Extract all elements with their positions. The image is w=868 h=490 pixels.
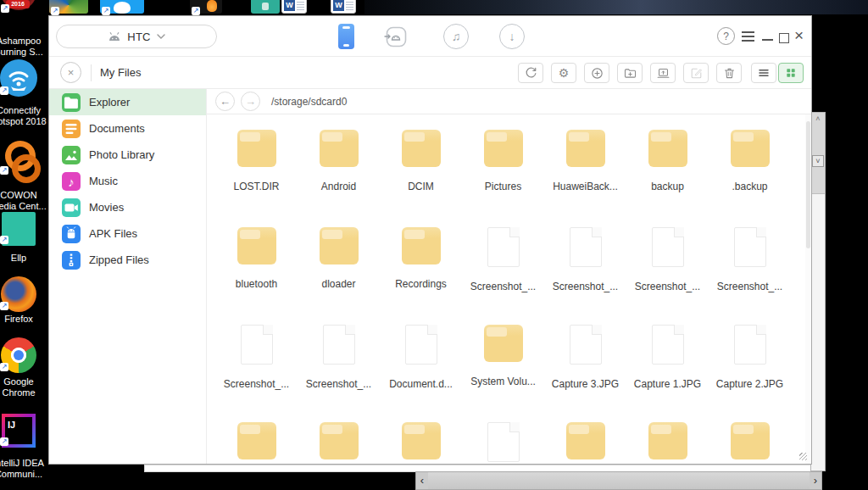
file-tile[interactable] — [626, 407, 709, 464]
file-label: Capture 3.JPG — [552, 378, 619, 390]
file-tile[interactable] — [544, 407, 626, 464]
sidebar-item[interactable]: Zipped Files — [49, 247, 206, 273]
new-folder-button[interactable] — [617, 63, 643, 83]
settings-button[interactable]: ⚙ — [551, 63, 576, 83]
hscroll-track[interactable] — [428, 472, 810, 489]
file-label: HuaweiBack... — [553, 181, 618, 192]
file-tile[interactable]: bluetooth — [215, 212, 298, 309]
sidebar-item[interactable]: Explorer — [49, 89, 206, 115]
file-label: Pictures — [485, 181, 521, 192]
file-tile[interactable]: Capture 3.JPG — [544, 309, 626, 407]
file-grid: LOST.DIR Android DCIM Pictures Huawe — [215, 114, 791, 464]
file-grid-vscrollbar[interactable] — [805, 114, 811, 464]
help-button[interactable]: ? — [717, 27, 735, 45]
sidebar-item-label: Explorer — [89, 96, 130, 109]
sidebar-item[interactable]: ♪ Music — [49, 168, 206, 194]
desktop-icon-label: IntelliJ IDEA Communi... — [0, 458, 48, 480]
device-files-tab[interactable] — [338, 24, 354, 49]
file-tile[interactable]: dloader — [298, 212, 380, 309]
list-view-button[interactable] — [751, 63, 776, 83]
resize-grip-icon[interactable] — [799, 453, 807, 460]
file-label: Capture 1.JPG — [634, 378, 701, 390]
file-tile[interactable]: Recordings — [380, 212, 462, 309]
file-tile[interactable]: Screenshot_... — [462, 212, 544, 309]
shortcut-arrow-icon: ↗ — [0, 166, 8, 175]
folder-icon — [648, 422, 687, 459]
photo-icon — [62, 146, 81, 164]
word-logo: W — [284, 0, 295, 11]
device-selector-dropdown[interactable]: HTC — [56, 25, 217, 48]
sidebar-item[interactable]: Documents — [49, 115, 206, 142]
file-actions-toolbar: ⚙ — [518, 63, 804, 83]
folder-icon — [731, 130, 770, 167]
file-tile[interactable]: Pictures — [462, 114, 544, 212]
word-document-icon[interactable]: W — [331, 0, 356, 14]
folder-icon — [648, 130, 687, 167]
background-window-hscrollbar[interactable]: ‹ › — [415, 471, 822, 490]
forward-button[interactable]: → — [241, 92, 260, 111]
minimize-button[interactable] — [762, 39, 773, 41]
shortcut-arrow-icon: ↗ — [51, 7, 59, 15]
file-tile[interactable]: Android — [298, 114, 380, 212]
file-tile[interactable]: System Volu... — [462, 309, 544, 407]
add-button[interactable] — [584, 63, 609, 83]
file-tile[interactable]: backup — [626, 114, 709, 212]
scroll-right-icon[interactable]: › — [810, 472, 821, 489]
file-tile[interactable]: LOST.DIR — [215, 114, 298, 212]
file-icon — [323, 325, 355, 365]
folder-icon — [320, 130, 359, 167]
sidebar-item[interactable]: Photo Library — [49, 142, 206, 168]
sidebar-item[interactable]: APK Files — [49, 220, 206, 247]
plus-circle-icon — [590, 66, 604, 81]
word-document-icon[interactable]: W — [281, 0, 307, 14]
scroll-up-icon[interactable]: ˄ — [811, 114, 825, 123]
sidebar-item[interactable]: Movies — [49, 194, 206, 220]
close-button[interactable]: × — [794, 27, 804, 43]
file-tile[interactable]: Document.d... — [380, 309, 462, 407]
file-label: Android — [321, 181, 356, 192]
file-tile[interactable]: Screenshot_... — [544, 212, 626, 309]
delete-button[interactable] — [716, 63, 742, 83]
file-icon — [241, 325, 273, 365]
file-tile[interactable] — [380, 407, 462, 464]
download-tab[interactable]: ↓ — [499, 24, 525, 49]
app-manager-tab[interactable] — [383, 24, 409, 49]
file-tile[interactable]: Screenshot_... — [626, 212, 709, 309]
word-logo: W — [333, 0, 344, 11]
tab-close-button[interactable]: × — [60, 62, 81, 83]
file-tile[interactable] — [215, 407, 298, 464]
file-tile[interactable]: Screenshot_... — [709, 212, 791, 309]
file-tile[interactable]: Screenshot_... — [298, 309, 380, 407]
file-tile[interactable] — [462, 407, 544, 464]
file-label: Screenshot_... — [717, 281, 782, 292]
folder-icon — [402, 227, 441, 264]
edit-button[interactable] — [683, 63, 709, 83]
file-tile[interactable]: Capture 1.JPG — [626, 309, 709, 407]
tab-bar: × My Files ⚙ — [49, 57, 811, 89]
shortcut-arrow-icon: ↗ — [102, 7, 110, 15]
scroll-down-button[interactable]: ˅ — [812, 155, 824, 167]
menu-button[interactable] — [742, 31, 754, 42]
maximize-button[interactable] — [779, 33, 789, 43]
file-tile[interactable]: .backup — [709, 114, 791, 212]
vscroll-top[interactable]: ˄ ˅ — [811, 113, 825, 194]
partial-teal-app-icon[interactable] — [251, 0, 280, 14]
background-window-vscrollbar[interactable]: ˄ ˅ — [810, 112, 826, 471]
grid-view-button[interactable] — [778, 63, 804, 83]
music-tab[interactable]: ♫ — [443, 24, 469, 49]
scroll-left-icon[interactable]: ‹ — [416, 472, 428, 489]
backup-to-pc-button[interactable] — [650, 63, 676, 83]
back-button[interactable]: ← — [215, 92, 235, 111]
file-tile[interactable]: DCIM — [380, 114, 462, 212]
file-tile[interactable] — [298, 407, 380, 464]
file-label: Document.d... — [389, 378, 453, 390]
chevron-down-icon — [157, 34, 165, 39]
download-arrow-icon: ↓ — [509, 30, 515, 43]
file-tile[interactable]: HuaweiBack... — [544, 114, 626, 212]
file-tile[interactable]: Screenshot_... — [215, 309, 298, 407]
file-tile[interactable] — [709, 407, 791, 464]
folder-icon — [402, 130, 441, 167]
refresh-button[interactable] — [518, 63, 543, 83]
vscroll-thumb[interactable] — [806, 121, 810, 248]
file-tile[interactable]: Capture 2.JPG — [709, 309, 791, 407]
